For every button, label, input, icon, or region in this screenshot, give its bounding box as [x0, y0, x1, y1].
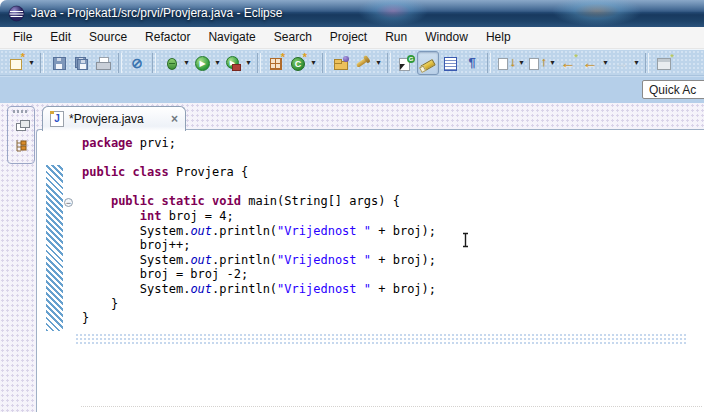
menu-file[interactable]: File: [4, 27, 41, 48]
external-tools-icon: ▶: [225, 55, 241, 71]
eclipse-logo-icon[interactable]: [8, 5, 25, 22]
new-wizard-icon: *: [8, 55, 24, 71]
open-task-button[interactable]: [330, 51, 352, 75]
toolbar-separator: [118, 53, 122, 73]
pilcrow-icon: ¶: [464, 55, 480, 71]
run-external-tools-button[interactable]: ▶: [222, 51, 244, 75]
back-button[interactable]: ←: [579, 51, 601, 75]
external-tools-dropdown[interactable]: ▾: [244, 52, 253, 74]
quick-access-box[interactable]: Quick Ac: [642, 80, 704, 99]
menu-search[interactable]: Search: [265, 27, 321, 48]
open-element-icon: G: [398, 55, 414, 71]
open-task-icon: [333, 55, 349, 71]
menu-run[interactable]: Run: [376, 27, 416, 48]
back-arrow-icon: ←: [582, 55, 598, 71]
tab-label: *Provjera.java: [69, 112, 144, 126]
eclipse-window: Java - Projekat1/src/prvi/Provjera.java …: [0, 0, 704, 412]
next-annotation-dropdown[interactable]: ▾: [517, 52, 526, 74]
skip-all-breakpoints-icon: ⊘: [129, 55, 145, 71]
open-element-button[interactable]: G: [395, 51, 417, 75]
fast-view-bar: [7, 106, 35, 164]
show-whitespace-toggle[interactable]: ¶: [461, 51, 483, 75]
run-dropdown[interactable]: ▾: [213, 52, 222, 74]
toolbar-separator: [487, 53, 491, 73]
tab-close-icon[interactable]: ×: [171, 113, 178, 125]
forward-button[interactable]: →: [610, 51, 632, 75]
new-wizard-button[interactable]: *: [5, 51, 27, 75]
window-title: Java - Projekat1/src/prvi/Provjera.java …: [31, 0, 282, 27]
save-all-button[interactable]: [70, 51, 92, 75]
back-dropdown[interactable]: ▾: [601, 52, 610, 74]
menu-source[interactable]: Source: [80, 27, 136, 48]
search-button[interactable]: [352, 51, 374, 75]
previous-annotation-dropdown[interactable]: ▾: [548, 52, 557, 74]
code-line: broj++;: [82, 238, 436, 253]
menu-window[interactable]: Window: [416, 27, 477, 48]
java-file-icon: J: [50, 111, 64, 127]
package-explorer-button[interactable]: [12, 138, 30, 154]
perspective-icon: *: [656, 55, 672, 71]
new-class-dropdown[interactable]: ▾: [309, 52, 318, 74]
run-button[interactable]: ▶: [191, 51, 213, 75]
previous-annotation-button[interactable]: ↑: [526, 51, 548, 75]
toolbar-separator: [152, 53, 156, 73]
save-all-icon: [73, 55, 89, 71]
show-selected-element-only-button[interactable]: [439, 51, 461, 75]
last-edit-location-button[interactable]: *←: [557, 51, 579, 75]
next-annotation-icon: ↓: [498, 55, 514, 71]
toolbar-separator: [387, 53, 391, 73]
menu-project[interactable]: Project: [321, 27, 376, 48]
code-line: public class Provjera {: [82, 165, 436, 180]
code-line: System.out.println("Vrijednost " + broj)…: [82, 224, 436, 239]
run-play-icon: ▶: [194, 55, 210, 71]
last-edit-location-icon: *←: [560, 55, 576, 71]
code-line: [82, 151, 436, 166]
search-flashlight-icon: [355, 55, 371, 71]
menu-edit[interactable]: Edit: [41, 27, 80, 48]
code-line: System.out.println("Vrijednost " + broj)…: [82, 282, 436, 297]
toolbar-separator: [257, 53, 261, 73]
skip-all-breakpoints-button[interactable]: ⊘: [126, 51, 148, 75]
perspective-button[interactable]: *: [653, 51, 675, 75]
editor-area: − package prvi; public class Provjera { …: [36, 129, 704, 412]
title-bar[interactable]: Java - Projekat1/src/prvi/Provjera.java …: [0, 0, 704, 27]
save-button[interactable]: [48, 51, 70, 75]
debug-bug-icon: [163, 55, 179, 71]
restore-views-button[interactable]: [12, 116, 30, 132]
menu-refactor[interactable]: Refactor: [136, 27, 199, 48]
print-button[interactable]: [92, 51, 114, 75]
mark-occurrences-toggle[interactable]: [417, 51, 439, 75]
code-line: package prvi;: [82, 136, 436, 151]
drag-grip[interactable]: [13, 110, 28, 113]
toolbar-separator: [322, 53, 326, 73]
code-line: }: [82, 311, 436, 326]
forward-dropdown[interactable]: ▾: [632, 52, 641, 74]
menu-navigate[interactable]: Navigate: [199, 27, 264, 48]
next-annotation-button[interactable]: ↓: [495, 51, 517, 75]
menu-bar: FileEditSourceRefactorNavigateSearchProj…: [0, 27, 704, 49]
save-icon: [51, 55, 67, 71]
current-line-highlight: [75, 333, 687, 346]
aero-glass-reflection: [552, 0, 642, 26]
toolbar-separator: [40, 53, 44, 73]
quick-access-label: Quick Ac: [649, 83, 696, 97]
search-dropdown[interactable]: ▾: [374, 52, 383, 74]
print-icon: [95, 55, 111, 71]
code-line: int broj = 4;: [82, 209, 436, 224]
new-java-project-button[interactable]: *: [265, 51, 287, 75]
debug-dropdown[interactable]: ▾: [182, 52, 191, 74]
new-java-class-button[interactable]: C*: [287, 51, 309, 75]
toolbar-separator: [645, 53, 649, 73]
package-explorer-icon: [14, 139, 28, 153]
main-toolbar: * ▾ ⊘ ▾ ▶ ▾ ▶ ▾ * C* ▾ ▾ G ¶ ↓ ▾ ↑ ▾ *← …: [0, 49, 704, 76]
new-wizard-dropdown[interactable]: ▾: [27, 52, 36, 74]
editor-tab-provjera[interactable]: J *Provjera.java ×: [42, 106, 186, 131]
code-line: [82, 180, 436, 195]
editor-bottom-rule: [81, 406, 702, 407]
debug-button[interactable]: [160, 51, 182, 75]
fold-collapse-icon[interactable]: −: [64, 198, 73, 207]
code-line: System.out.println("Vrijednost " + broj)…: [82, 253, 436, 268]
quick-diff-change-bar: [46, 165, 63, 331]
menu-help[interactable]: Help: [477, 27, 520, 48]
code-editor[interactable]: package prvi; public class Provjera { pu…: [82, 136, 436, 326]
